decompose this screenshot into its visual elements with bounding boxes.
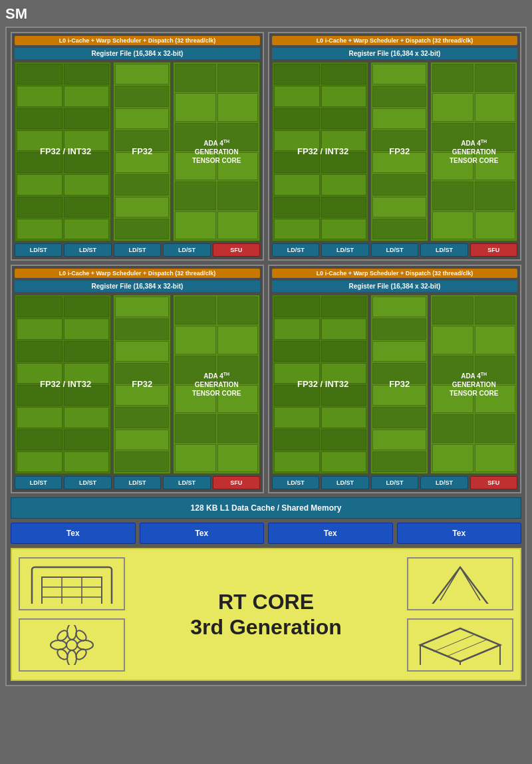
tensor-col-2: ADA 4th GENERATION TENSOR CORE [430, 62, 517, 241]
ldst-btn-3-1: LD/ST [15, 476, 62, 489]
rt-icon-bottomleft [25, 625, 118, 665]
ldst-btn-4-1: LD/ST [272, 476, 319, 489]
svg-rect-3 [42, 577, 102, 604]
sub-proc-4: L0 i-Cache + Warp Scheduler + Dispatch (… [268, 265, 521, 493]
tensor-grid-2 [431, 63, 517, 241]
fp32-grid-2 [371, 63, 428, 241]
l0-cache-bar-1: L0 i-Cache + Warp Scheduler + Dispatch (… [15, 36, 260, 45]
sm-label: SM [5, 5, 527, 23]
svg-point-8 [66, 640, 77, 650]
svg-point-10 [67, 650, 76, 665]
rt-icon-bottomright [414, 625, 507, 665]
ldst-btn-1-3: LD/ST [114, 243, 161, 257]
l0-cache-bar-4: L0 i-Cache + Warp Scheduler + Dispatch (… [272, 269, 517, 278]
l0-cache-bar-2: L0 i-Cache + Warp Scheduler + Dispatch (… [272, 36, 517, 45]
tex-btn-4: Tex [397, 523, 522, 544]
tensor-grid-4 [431, 295, 517, 473]
register-file-bar-1: Register File (16,384 x 32-bit) [15, 48, 260, 59]
rt-icon-box-bottomright [407, 618, 513, 672]
fp32int32-col-2: FP32 / INT32 [272, 62, 368, 241]
rt-core-section: RT CORE 3rd Generation [11, 548, 521, 681]
ldst-btn-2-1: LD/ST [272, 243, 319, 257]
rt-left-icons [19, 556, 125, 673]
ldst-row-2: LD/ST LD/ST LD/ST LD/ST SFU [272, 243, 517, 257]
svg-line-19 [460, 567, 480, 600]
sub-proc-3: L0 i-Cache + Warp Scheduler + Dispatch (… [11, 265, 264, 493]
l0-cache-bar-3: L0 i-Cache + Warp Scheduler + Dispatch (… [15, 269, 260, 278]
tensor-col-4: ADA 4th GENERATION TENSOR CORE [430, 295, 517, 474]
register-file-bar-4: Register File (16,384 x 32-bit) [272, 281, 517, 292]
svg-point-12 [77, 640, 93, 650]
sfu-btn-3: SFU [213, 476, 260, 489]
svg-line-18 [440, 567, 460, 600]
fp32int32-grid-2 [273, 63, 368, 241]
register-file-bar-2: Register File (16,384 x 32-bit) [272, 48, 517, 59]
rt-icon-topright [414, 564, 507, 604]
svg-point-9 [67, 625, 76, 640]
tensor-grid-3 [174, 295, 259, 473]
sub-proc-2: L0 i-Cache + Warp Scheduler + Dispatch (… [268, 32, 521, 261]
ldst-btn-4-2: LD/ST [321, 476, 368, 489]
ldst-btn-4-4: LD/ST [420, 476, 467, 489]
svg-rect-0 [32, 567, 112, 604]
fp32-col-4: FP32 [370, 295, 428, 474]
svg-marker-26 [420, 645, 460, 665]
ldst-row-1: LD/ST LD/ST LD/ST LD/ST SFU [15, 243, 260, 257]
sfu-btn-2: SFU [470, 243, 517, 257]
rt-icon-box-topright [407, 557, 513, 610]
tex-btn-2: Tex [140, 523, 265, 544]
sfu-btn-4: SFU [470, 476, 517, 489]
ldst-btn-2-4: LD/ST [420, 243, 467, 257]
fp32-grid-1 [114, 63, 170, 241]
l1-cache-bar: 128 KB L1 Data Cache / Shared Memory [11, 497, 521, 519]
svg-line-27 [420, 628, 460, 645]
main-container: SM L0 i-Cache + Warp Scheduler + Dispatc… [0, 0, 532, 764]
sfu-btn-1: SFU [213, 243, 260, 257]
rt-core-title: RT CORE 3rd Generation [190, 589, 342, 640]
fp32int32-grid-4 [273, 295, 368, 473]
svg-marker-17 [420, 567, 500, 604]
tex-btn-3: Tex [268, 523, 393, 544]
compute-area-2: FP32 / INT32 [272, 62, 517, 241]
sub-proc-1: L0 i-Cache + Warp Scheduler + Dispatch (… [11, 32, 264, 261]
ldst-btn-3-3: LD/ST [114, 476, 161, 489]
fp32-col-3: FP32 [113, 295, 171, 474]
tensor-grid-1 [174, 63, 259, 241]
rt-icon-box-bottomleft [19, 618, 125, 672]
tex-row: Tex Tex Tex Tex [11, 523, 521, 544]
svg-point-11 [51, 640, 66, 650]
fp32int32-col-4: FP32 / INT32 [272, 295, 368, 474]
compute-area-3: FP32 / INT32 [15, 295, 260, 474]
fp32int32-grid-1 [15, 63, 110, 241]
fp32-grid-3 [114, 295, 170, 473]
fp32int32-col-3: FP32 / INT32 [15, 295, 111, 474]
rt-icon-topleft [25, 564, 118, 604]
ldst-btn-1-1: LD/ST [15, 243, 62, 257]
tensor-col-3: ADA 4th GENERATION TENSOR CORE [173, 295, 260, 474]
sub-proc-grid: L0 i-Cache + Warp Scheduler + Dispatch (… [11, 32, 521, 493]
ldst-btn-1-2: LD/ST [64, 243, 111, 257]
compute-area-1: FP32 / INT32 [15, 62, 260, 241]
sm-inner: L0 i-Cache + Warp Scheduler + Dispatch (… [5, 27, 527, 686]
svg-marker-21 [420, 628, 500, 662]
compute-area-4: FP32 / INT32 [272, 295, 517, 474]
rt-icon-box-topleft [19, 557, 125, 610]
fp32-col-1: FP32 [113, 62, 171, 241]
rt-right-icons [407, 556, 513, 673]
tex-btn-1: Tex [11, 523, 136, 544]
ldst-btn-3-4: LD/ST [163, 476, 210, 489]
register-file-bar-3: Register File (16,384 x 32-bit) [15, 281, 260, 292]
fp32-grid-4 [371, 295, 428, 473]
fp32int32-col-1: FP32 / INT32 [15, 62, 111, 241]
ldst-btn-2-2: LD/ST [321, 243, 368, 257]
ldst-row-4: LD/ST LD/ST LD/ST LD/ST SFU [272, 476, 517, 489]
ldst-btn-2-3: LD/ST [371, 243, 418, 257]
fp32-col-2: FP32 [370, 62, 428, 241]
tensor-col-1: ADA 4th GENERATION TENSOR CORE [173, 62, 260, 241]
ldst-row-3: LD/ST LD/ST LD/ST LD/ST SFU [15, 476, 260, 489]
ldst-btn-4-3: LD/ST [371, 476, 418, 489]
fp32int32-grid-3 [15, 295, 110, 473]
ldst-btn-1-4: LD/ST [163, 243, 210, 257]
ldst-btn-3-2: LD/ST [64, 476, 111, 489]
rt-center-text: RT CORE 3rd Generation [132, 556, 400, 673]
